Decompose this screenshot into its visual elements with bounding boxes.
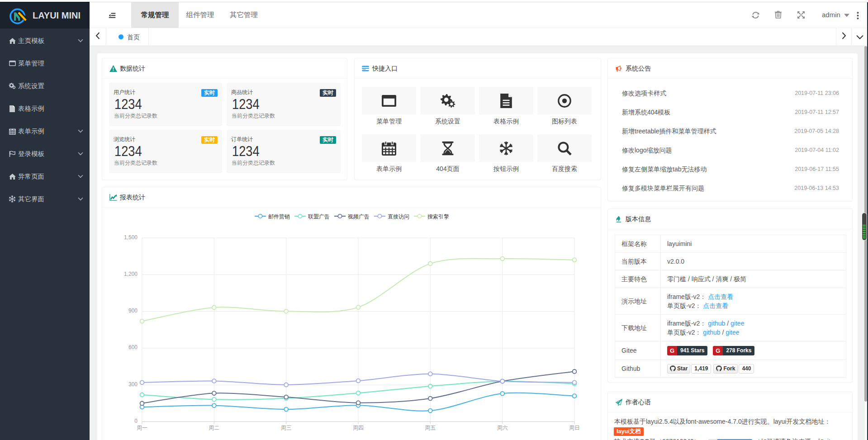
- svg-text:邮件营销: 邮件营销: [268, 213, 290, 220]
- svg-text:周四: 周四: [353, 425, 364, 431]
- svg-text:搜索引擎: 搜索引擎: [427, 213, 449, 220]
- svg-text:联盟广告: 联盟广告: [308, 213, 330, 220]
- svg-text:周三: 周三: [281, 425, 292, 431]
- svg-text:1,200: 1,200: [124, 271, 138, 277]
- svg-text:周二: 周二: [209, 425, 219, 431]
- svg-text:周一: 周一: [137, 425, 147, 431]
- svg-text:周五: 周五: [425, 425, 436, 431]
- svg-text:视频广告: 视频广告: [347, 213, 370, 220]
- svg-text:0: 0: [134, 418, 138, 424]
- svg-text:周六: 周六: [497, 425, 508, 431]
- svg-text:300: 300: [128, 381, 138, 388]
- svg-text:直接访问: 直接访问: [388, 213, 409, 220]
- svg-text:900: 900: [128, 308, 138, 314]
- svg-text:周日: 周日: [569, 425, 580, 431]
- svg-text:600: 600: [128, 344, 138, 350]
- svg-text:1,500: 1,500: [124, 234, 138, 241]
